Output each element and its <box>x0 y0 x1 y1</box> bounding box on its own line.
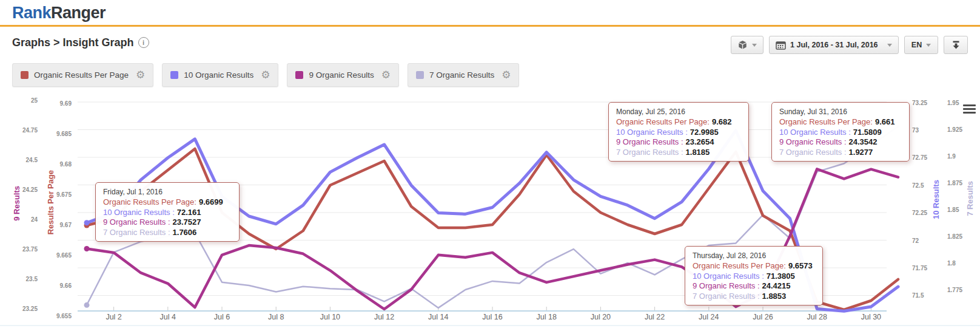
legend-item-7-organic-results[interactable]: 7 Organic Results⚙ <box>408 63 520 87</box>
axis-tick-label: 25 <box>31 97 38 104</box>
axis-tick-label: 1.9 <box>947 153 956 160</box>
x-axis-label: Jul 20 <box>591 313 611 321</box>
tooltip-series-label: Organic Results Per Page: <box>103 197 196 206</box>
axis-tick-label: 24 <box>31 216 38 223</box>
tooltip-row: 10 Organic Results :71.5809 <box>779 128 902 138</box>
tooltip-date: Sunday, Jul 31, 2016 <box>779 107 902 116</box>
x-axis-label: Jul 28 <box>807 313 827 321</box>
tooltip-value: 1.8185 <box>686 148 710 157</box>
y-axis-title-results-10: 10 Results <box>931 180 941 219</box>
axis-tick-label: 1.8 <box>947 260 956 267</box>
chevron-down-icon <box>752 44 757 47</box>
tooltip-row: Organic Results Per Page:9.6573 <box>693 261 815 271</box>
chart-tooltip: Sunday, Jul 31, 2016Organic Results Per … <box>771 102 910 162</box>
tooltip-value: 9.661 <box>875 117 895 126</box>
tooltip-value: 9.6573 <box>788 261 813 270</box>
axis-tick-label: 1.95 <box>947 100 959 106</box>
tooltip-series-label: Organic Results Per Page: <box>616 117 710 126</box>
x-axis-label: Jul 22 <box>645 313 665 321</box>
tooltip-value: 9.682 <box>712 117 732 126</box>
legend-swatch <box>416 71 424 79</box>
top-header-bar: RankRanger <box>0 0 980 27</box>
axis-tick-label: 9.67 <box>60 222 72 228</box>
page-title-row: Graphs > Insight Graphi 1 Jul, 2016 - 31… <box>0 29 980 63</box>
language-button[interactable]: EN <box>904 36 938 54</box>
axis-tick-label: 24.75 <box>22 127 38 134</box>
tooltip-value: 71.5809 <box>853 128 882 137</box>
legend-item-organic-results-per-page[interactable]: Organic Results Per Page⚙ <box>12 63 153 87</box>
series-start-dot-7-organic-results <box>84 302 90 308</box>
legend-item-10-organic-results[interactable]: 10 Organic Results⚙ <box>162 63 278 87</box>
chart-tooltip: Thursday, Jul 28, 2016Organic Results Pe… <box>685 246 823 305</box>
gear-icon[interactable]: ⚙ <box>261 70 270 80</box>
axis-tick-label: 23.75 <box>22 246 38 253</box>
tooltip-row: 10 Organic Results :72.161 <box>103 208 232 218</box>
logo-text-ranger: Ranger <box>51 4 106 22</box>
rank-ranger-logo: RankRanger <box>12 4 106 22</box>
date-range-button[interactable]: 1 Jul, 2016 - 31 Jul, 2016 <box>769 36 899 54</box>
tooltip-value: 72.161 <box>177 208 201 217</box>
tooltip-value: 71.3805 <box>767 271 795 281</box>
tooltip-row: Organic Results Per Page:9.6699 <box>103 197 232 208</box>
y-axis-title-results-7: 7 Results <box>965 181 975 216</box>
package-dropdown-button[interactable] <box>731 36 764 54</box>
axis-tick-label: 1.825 <box>947 233 962 240</box>
axis-tick-label: 9.68 <box>60 161 72 168</box>
tooltip-row: 10 Organic Results :71.3805 <box>693 271 815 282</box>
x-axis-label: Jul 30 <box>861 313 881 321</box>
tooltip-value: 1.8853 <box>762 292 787 301</box>
tooltip-date: Friday, Jul 1, 2016 <box>103 188 232 196</box>
tooltip-value: 1.9277 <box>849 148 873 157</box>
tooltip-value: 23.7527 <box>173 217 201 227</box>
axis-tick-label: 9.655 <box>56 313 72 319</box>
legend-label: 7 Organic Results <box>429 70 494 80</box>
tooltip-series-label: 9 Organic Results : <box>693 281 760 290</box>
tooltip-row: 9 Organic Results :24.4215 <box>693 281 815 292</box>
chart-menu-hamburger-icon[interactable] <box>963 104 976 115</box>
axis-tick-label: 9.69 <box>60 100 72 107</box>
calendar-icon <box>776 41 786 50</box>
y-axis-ticks-results-10: 73.257372.7572.572.257271.7571.5 <box>912 100 927 299</box>
axis-tick-label: 9.66 <box>60 282 72 289</box>
tooltip-series-label: 10 Organic Results : <box>103 208 175 217</box>
logo-text-rank: Rank <box>12 4 51 22</box>
x-axis-label: Jul 16 <box>482 313 502 321</box>
tooltip-row: 7 Organic Results :1.8853 <box>693 292 815 302</box>
legend-swatch <box>295 71 303 79</box>
axis-tick-label: 1.875 <box>947 180 962 186</box>
series-start-dot-10-organic-results <box>84 220 90 225</box>
gear-icon[interactable]: ⚙ <box>136 70 145 80</box>
legend-item-9-organic-results[interactable]: 9 Organic Results⚙ <box>287 63 399 87</box>
tooltip-series-label: 10 Organic Results : <box>693 271 764 281</box>
tooltip-value: 1.7606 <box>173 228 197 237</box>
chevron-down-icon <box>887 44 892 47</box>
axis-tick-label: 23.5 <box>26 276 38 282</box>
tooltip-row: 7 Organic Results :1.9277 <box>779 148 902 158</box>
gear-icon[interactable]: ⚙ <box>502 70 511 80</box>
tooltip-value: 24.3542 <box>849 137 878 146</box>
axis-tick-label: 1.775 <box>947 287 962 293</box>
tooltip-row: 7 Organic Results :1.7606 <box>103 228 232 238</box>
tooltip-date: Monday, Jul 25, 2016 <box>616 107 741 116</box>
x-axis-label: Jul 14 <box>428 313 448 321</box>
legend-swatch <box>170 71 178 79</box>
tooltip-series-label: 7 Organic Results : <box>779 148 847 157</box>
tooltip-row: Organic Results Per Page:9.682 <box>616 117 741 128</box>
legend-label: Organic Results Per Page <box>34 70 129 80</box>
gear-icon[interactable]: ⚙ <box>381 70 391 80</box>
chart-tooltip: Monday, Jul 25, 2016Organic Results Per … <box>608 102 749 162</box>
y-axis-title-results-per-page: Results Per Page <box>46 170 55 234</box>
axis-tick-label: 24.5 <box>26 157 38 163</box>
tooltip-row: 9 Organic Results :23.2654 <box>616 137 741 148</box>
axis-tick-label: 9.665 <box>56 252 72 259</box>
download-button[interactable] <box>944 36 968 54</box>
y-axis-ticks-results-per-page: 9.699.6859.689.6759.679.6659.669.655 <box>56 100 72 319</box>
tooltip-series-label: 7 Organic Results : <box>616 148 683 157</box>
info-icon[interactable]: i <box>138 37 149 48</box>
tooltip-row: Organic Results Per Page:9.661 <box>779 117 902 128</box>
x-axis-label: Jul 6 <box>214 313 230 321</box>
series-legend: Organic Results Per Page⚙10 Organic Resu… <box>12 63 519 87</box>
tooltip-date: Thursday, Jul 28, 2016 <box>693 251 815 260</box>
tooltip-value: 9.6699 <box>199 197 223 206</box>
language-label: EN <box>911 41 922 49</box>
